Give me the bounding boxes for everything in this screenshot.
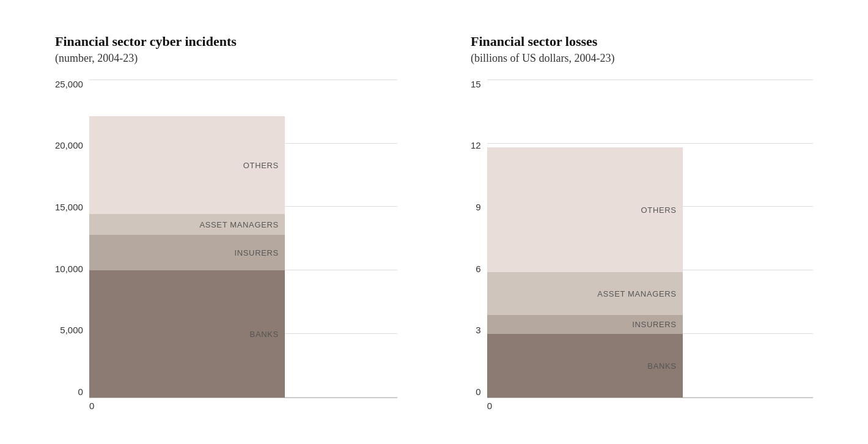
chart1-body: BANKSINSURERSASSET MANAGERSOTHERS 0 — [89, 80, 397, 411]
y-label: 15,000 — [55, 202, 83, 212]
chart1-area: 05,00010,00015,00020,00025,000 BANKSINSU… — [55, 80, 397, 411]
y-label: 3 — [476, 325, 480, 335]
bar-segment-label: OTHERS — [641, 205, 677, 215]
chart2-title: Financial sector losses — [471, 33, 813, 51]
grid-line — [487, 143, 813, 144]
y-label: 10,000 — [55, 264, 83, 273]
y-label: 0 — [78, 387, 83, 396]
bar-segment-label: INSURERS — [632, 320, 676, 329]
chart2-area: 03691215 BANKSINSURERSASSET MANAGERSOTHE… — [471, 80, 813, 411]
chart2-grid-bar: BANKSINSURERSASSET MANAGERSOTHERS — [487, 80, 813, 398]
segment-insurers: INSURERS — [89, 235, 285, 270]
segment-insurers: INSURERS — [487, 315, 683, 334]
y-label: 25,000 — [55, 80, 83, 89]
chart1-title: Financial sector cyber incidents — [55, 33, 397, 51]
y-label: 5,000 — [60, 325, 83, 335]
chart2-y-axis: 03691215 — [471, 80, 487, 398]
charts-container: Financial sector cyber incidents (number… — [18, 15, 850, 429]
y-label: 12 — [471, 141, 481, 150]
bar-segment-label: BANKS — [250, 329, 279, 338]
chart1-x-axis — [89, 398, 397, 398]
chart2-stacked-bar: BANKSINSURERSASSET MANAGERSOTHERS — [487, 147, 683, 398]
bar-segment-label: ASSET MANAGERS — [199, 220, 279, 229]
y-label: 9 — [476, 202, 480, 212]
chart1-grid-bar: BANKSINSURERSASSET MANAGERSOTHERS — [89, 80, 397, 398]
chart1-stacked-bar: BANKSINSURERSASSET MANAGERSOTHERS — [89, 116, 285, 398]
segment-others: OTHERS — [89, 116, 285, 214]
chart1-wrapper: Financial sector cyber incidents (number… — [55, 33, 397, 411]
grid-line — [487, 80, 813, 80]
chart2-body: BANKSINSURERSASSET MANAGERSOTHERS 0 — [487, 80, 813, 411]
y-label: 0 — [476, 387, 480, 396]
bar-segment-label: ASSET MANAGERS — [597, 289, 677, 298]
y-label: 15 — [471, 80, 481, 89]
chart2-x-axis — [487, 398, 813, 398]
chart2-subtitle: (billions of US dollars, 2004-23) — [471, 52, 813, 65]
segment-asset-managers: ASSET MANAGERS — [89, 214, 285, 234]
chart2-wrapper: Financial sector losses (billions of US … — [471, 33, 813, 411]
chart1-x-zero: 0 — [89, 401, 397, 411]
bar-segment-label: OTHERS — [243, 161, 279, 170]
bar-segment-label: INSURERS — [235, 248, 279, 257]
segment-banks: BANKS — [89, 270, 285, 398]
bar-segment-label: BANKS — [647, 361, 676, 370]
chart1-subtitle: (number, 2004-23) — [55, 52, 397, 65]
grid-line — [89, 80, 397, 80]
chart2-x-zero: 0 — [487, 401, 813, 411]
y-label: 20,000 — [55, 141, 83, 150]
segment-asset-managers: ASSET MANAGERS — [487, 272, 683, 314]
segment-banks: BANKS — [487, 334, 683, 398]
chart1-y-axis: 05,00010,00015,00020,00025,000 — [55, 80, 89, 398]
y-label: 6 — [476, 264, 480, 273]
segment-others: OTHERS — [487, 147, 683, 273]
